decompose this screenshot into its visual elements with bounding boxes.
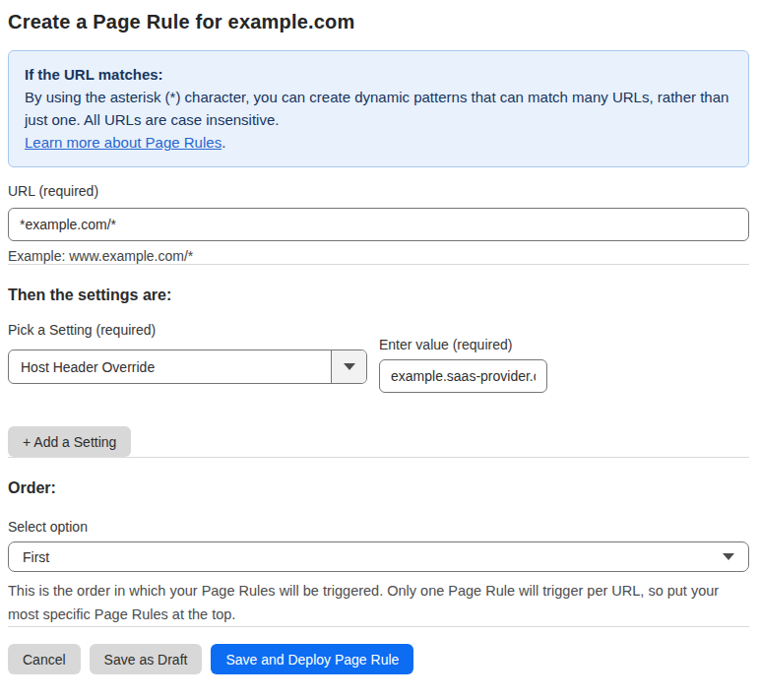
save-and-deploy-button[interactable]: Save and Deploy Page Rule (211, 644, 413, 674)
enter-value-label: Enter value (required) (379, 337, 547, 352)
enter-value-column: Enter value (required) (379, 337, 547, 393)
info-box-body: By using the asterisk (*) character, you… (25, 86, 732, 131)
settings-section-heading: Then the settings are: (8, 286, 749, 304)
pick-setting-label: Pick a Setting (required) (8, 322, 367, 338)
order-section-heading: Order: (8, 479, 749, 497)
url-example-text: Example: www.example.com/* (8, 248, 749, 264)
page-title: Create a Page Rule for example.com (8, 11, 749, 33)
url-field-label: URL (required) (8, 183, 749, 199)
link-period: . (222, 134, 225, 151)
info-box-link-line: Learn more about Page Rules. (25, 131, 732, 154)
section-divider (8, 626, 749, 627)
url-match-info-box: If the URL matches: By using the asteris… (8, 50, 749, 167)
add-setting-button[interactable]: + Add a Setting (8, 426, 131, 457)
pick-setting-column: Pick a Setting (required) Host Header Ov… (8, 322, 367, 384)
pick-setting-selected-value: Host Header Override (9, 350, 331, 383)
pick-setting-select[interactable]: Host Header Override (8, 350, 367, 384)
order-selected-value: First (23, 549, 49, 565)
info-box-heading: If the URL matches: (25, 63, 732, 86)
chevron-down-icon (723, 553, 734, 560)
url-input[interactable] (8, 208, 749, 241)
order-select[interactable]: First (8, 541, 749, 572)
pick-setting-dropdown-button[interactable] (331, 350, 366, 383)
setting-value-input[interactable] (379, 359, 547, 393)
learn-more-page-rules-link[interactable]: Learn more about Page Rules (25, 134, 222, 151)
chevron-down-icon (344, 363, 355, 370)
cancel-button[interactable]: Cancel (8, 644, 81, 674)
order-select-label: Select option (8, 519, 749, 535)
section-divider (8, 264, 749, 265)
settings-row: Pick a Setting (required) Host Header Ov… (8, 322, 749, 393)
save-as-draft-button[interactable]: Save as Draft (90, 644, 203, 674)
order-help-text: This is the order in which your Page Rul… (8, 579, 749, 626)
section-divider (8, 457, 749, 458)
footer-actions: Cancel Save as Draft Save and Deploy Pag… (8, 644, 749, 674)
page-rule-form: Create a Page Rule for example.com If th… (0, 0, 760, 674)
